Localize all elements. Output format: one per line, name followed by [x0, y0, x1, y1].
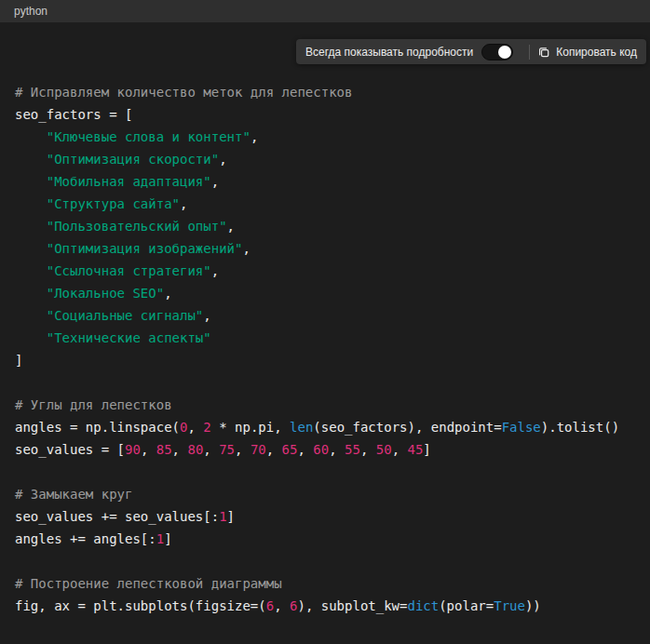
code-token-num: 80 [187, 442, 203, 457]
code-token-str: "Локальное SEO" [47, 286, 164, 301]
code-token-str: "Ключевые слова и контент" [47, 129, 251, 144]
code-token-pln: , [172, 442, 188, 457]
code-token-pln: , [266, 442, 282, 457]
code-toolbar: Всегда показывать подробности Копировать… [296, 39, 646, 64]
code-line: angles = np.linspace(0, 2 * np.pi, len(s… [15, 416, 635, 438]
code-token-num: 90 [125, 442, 141, 457]
code-token-kwd: True [494, 598, 525, 613]
code-token-pln: )) [525, 598, 541, 613]
code-token-pln: (seo_factors), endpoint= [313, 420, 501, 435]
code-token-pln: , [242, 241, 250, 256]
code-token-num: 1 [219, 509, 226, 524]
code-line: "Технические аспекты" [15, 327, 635, 349]
code-token-num: 1 [156, 531, 164, 546]
code-line: "Ключевые слова и контент", [15, 126, 635, 148]
code-language-label: python [14, 5, 47, 18]
code-line [15, 550, 635, 572]
details-toggle[interactable] [481, 44, 513, 60]
code-token-str: "Ссылочная стратегия" [47, 263, 211, 278]
code-token-pln: , [392, 442, 408, 457]
code-token-pln: , [251, 129, 258, 144]
code-token-pln: , [180, 196, 187, 211]
code-line: # Рисуем диаграмму [15, 639, 635, 644]
code-content: # Исправляем количество меток для лепест… [15, 81, 635, 644]
code-token-pln [15, 196, 47, 211]
code-block: # Исправляем количество меток для лепест… [0, 22, 650, 644]
code-token-com: # Исправляем количество меток для лепест… [15, 85, 352, 100]
code-token-pln: , [297, 442, 313, 457]
code-token-pln: , [274, 598, 290, 613]
code-token-pln: (polar= [439, 598, 494, 613]
code-token-pln [15, 241, 47, 256]
code-token-pln: , [211, 263, 219, 278]
code-line: "Ссылочная стратегия", [15, 260, 635, 282]
code-token-pln: , [141, 442, 156, 457]
code-token-kwd: False [502, 420, 541, 435]
code-token-num: 70 [251, 442, 266, 457]
code-token-kwd: len [290, 420, 313, 435]
code-line: "Социальные сигналы", [15, 304, 635, 327]
code-token-pln: fig, ax = plt.subplots(figsize=( [15, 598, 266, 613]
code-line: "Мобильная адаптация", [15, 170, 635, 193]
code-token-num: 45 [407, 442, 423, 457]
details-toggle-label: Всегда показывать подробности [305, 46, 473, 59]
code-token-pln [15, 286, 47, 301]
code-line [15, 461, 635, 483]
code-token-pln [15, 330, 47, 345]
code-token-pln: ] [15, 353, 22, 368]
code-token-pln: angles = np.linspace( [15, 420, 180, 435]
code-token-str: "Оптимизация скорости" [47, 152, 219, 167]
code-token-pln: , [219, 152, 226, 167]
code-token-str: "Социальные сигналы" [47, 308, 204, 323]
code-token-pln: , [211, 174, 219, 189]
code-token-com: # Построение лепестковой диаграммы [15, 576, 282, 591]
code-token-num: 2 [203, 420, 210, 435]
code-line: # Исправляем количество меток для лепест… [15, 81, 635, 103]
code-token-num: 85 [156, 442, 172, 457]
copy-icon [537, 46, 550, 59]
toggle-knob [498, 46, 511, 59]
code-token-pln: , [164, 286, 171, 301]
code-line: "Оптимизация скорости", [15, 148, 635, 170]
code-token-str: "Пользовательский опыт" [47, 219, 227, 234]
code-token-pln: angles += angles[: [15, 531, 156, 546]
copy-code-label: Копировать код [556, 46, 637, 59]
code-line: ] [15, 349, 635, 371]
code-token-pln: ] [423, 442, 430, 457]
code-token-pln: ] [164, 531, 171, 546]
code-token-com: # Углы для лепестков [15, 397, 172, 412]
code-line: "Структура сайта", [15, 193, 635, 215]
copy-code-button[interactable]: Копировать код [537, 46, 637, 59]
code-line [15, 617, 635, 639]
code-token-pln: , [235, 442, 251, 457]
code-token-pln: , [360, 442, 376, 457]
code-token-pln: ), subplot_kw= [297, 598, 407, 613]
code-token-num: 50 [376, 442, 392, 457]
code-token-num: 65 [282, 442, 298, 457]
code-line: seo_values += seo_values[:1] [15, 505, 635, 528]
code-line: # Углы для лепестков [15, 394, 635, 416]
code-token-str: "Мобильная адаптация" [47, 174, 211, 189]
code-token-pln: * np.pi, [211, 420, 290, 435]
code-token-kwd: dict [407, 598, 439, 613]
code-token-pln: seo_factors = [ [15, 107, 132, 122]
code-line: # Построение лепестковой диаграммы [15, 572, 635, 595]
code-line: "Оптимизация изображений", [15, 237, 635, 260]
code-token-pln: ).tolist() [541, 420, 619, 435]
code-line: # Замыкаем круг [15, 483, 635, 505]
code-token-str: "Структура сайта" [47, 196, 180, 211]
code-token-num: 60 [313, 442, 329, 457]
code-line: fig, ax = plt.subplots(figsize=(6, 6), s… [15, 595, 635, 617]
code-token-pln [15, 174, 47, 189]
code-token-pln [15, 308, 47, 323]
code-token-pln: , [203, 308, 210, 323]
code-line: seo_factors = [ [15, 103, 635, 126]
code-token-pln [15, 219, 47, 234]
code-token-num: 75 [219, 442, 235, 457]
code-block-header: python [0, 0, 650, 22]
code-token-num: 6 [266, 598, 274, 613]
code-token-pln [15, 129, 47, 144]
code-token-pln: , [203, 442, 219, 457]
toolbar-divider [529, 45, 530, 60]
code-token-pln: seo_values = [ [15, 442, 125, 457]
